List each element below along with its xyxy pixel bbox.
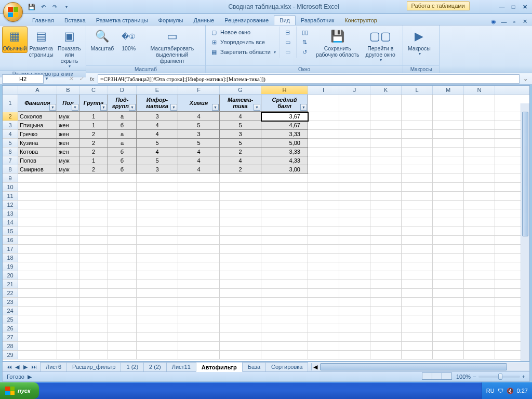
zoom-level[interactable]: 100% <box>456 374 471 380</box>
cell[interactable] <box>108 262 137 271</box>
column-header[interactable]: G <box>220 86 261 94</box>
cell[interactable] <box>433 165 464 174</box>
cell[interactable] <box>308 218 339 227</box>
cell[interactable] <box>402 307 433 315</box>
sheet-next-icon[interactable]: ▶ <box>21 364 30 370</box>
cell[interactable] <box>370 254 402 262</box>
cell[interactable] <box>178 315 220 324</box>
cell[interactable] <box>18 280 57 288</box>
cell[interactable] <box>220 192 261 200</box>
ribbon-tab-4[interactable]: Данные <box>188 16 219 25</box>
cell[interactable] <box>308 174 339 182</box>
language-indicator[interactable]: RU <box>486 388 495 394</box>
cell[interactable] <box>261 174 308 182</box>
save-workspace-button[interactable]: 💾Сохранить рабочую область <box>313 26 362 59</box>
cell[interactable] <box>402 112 433 121</box>
cell[interactable] <box>57 245 79 253</box>
cell[interactable] <box>339 262 370 271</box>
cell[interactable] <box>402 183 433 191</box>
cell[interactable] <box>137 324 178 332</box>
cell[interactable] <box>79 262 108 271</box>
cell[interactable] <box>57 174 79 182</box>
cell[interactable] <box>339 139 370 147</box>
cell[interactable] <box>308 351 339 359</box>
cell[interactable] <box>220 174 261 182</box>
cell[interactable] <box>339 156 370 165</box>
sheet-prev-icon[interactable]: ◀ <box>13 364 21 370</box>
horizontal-scrollbar[interactable]: ◀ <box>311 363 529 370</box>
cell[interactable] <box>18 209 57 218</box>
cell[interactable] <box>57 324 79 332</box>
cell[interactable] <box>57 315 79 324</box>
ribbon-tab-1[interactable]: Вставка <box>59 16 91 25</box>
cell[interactable] <box>178 289 220 297</box>
cell[interactable] <box>402 324 433 332</box>
cell[interactable]: муж <box>57 165 79 174</box>
cell[interactable] <box>108 227 137 235</box>
column-header[interactable]: E <box>137 86 178 94</box>
cell[interactable] <box>370 218 402 227</box>
column-header[interactable]: D <box>108 86 137 94</box>
cell[interactable] <box>178 280 220 288</box>
cell[interactable] <box>220 307 261 315</box>
cell[interactable]: 3 <box>137 165 178 174</box>
minimize-button[interactable]: — <box>497 3 507 11</box>
cell[interactable] <box>339 130 370 138</box>
cell[interactable] <box>137 280 178 288</box>
cell[interactable] <box>79 280 108 288</box>
cell[interactable] <box>339 236 370 244</box>
row-header[interactable]: 21 <box>3 280 18 288</box>
cell[interactable] <box>18 351 57 359</box>
cell[interactable] <box>261 227 308 235</box>
redo-icon[interactable]: ↷ <box>50 2 59 11</box>
cell[interactable]: 4 <box>137 130 178 139</box>
column-header[interactable]: C <box>79 86 108 94</box>
cell[interactable] <box>108 236 137 244</box>
cell[interactable] <box>308 148 339 156</box>
cell[interactable] <box>402 342 433 350</box>
cell[interactable]: 3 <box>220 130 261 139</box>
cell[interactable] <box>220 298 261 306</box>
cell[interactable] <box>402 280 433 288</box>
row-header[interactable]: 29 <box>3 351 18 359</box>
cell[interactable] <box>370 174 402 182</box>
cell[interactable] <box>308 289 339 297</box>
cell[interactable] <box>433 130 464 138</box>
cell[interactable]: жен <box>57 148 79 156</box>
cell[interactable] <box>79 201 108 209</box>
freeze-panes-button[interactable]: ▦Закрепить области <box>208 47 278 57</box>
cell[interactable] <box>370 121 402 129</box>
cell[interactable] <box>261 183 308 191</box>
cell[interactable] <box>18 183 57 191</box>
cell[interactable]: 5 <box>220 139 261 148</box>
cell[interactable] <box>57 183 79 191</box>
cell[interactable] <box>308 192 339 200</box>
cell[interactable] <box>261 324 308 332</box>
cell[interactable] <box>370 130 402 138</box>
cell[interactable] <box>79 254 108 262</box>
sheet-tab[interactable]: 1 (2) <box>121 362 144 371</box>
column-header[interactable]: L <box>402 86 433 94</box>
cell[interactable] <box>57 342 79 350</box>
column-header[interactable]: M <box>433 86 464 94</box>
cell[interactable] <box>79 289 108 297</box>
cell[interactable]: 5 <box>178 121 220 130</box>
cell[interactable] <box>108 254 137 262</box>
cell[interactable] <box>261 280 308 288</box>
view-buttons[interactable] <box>422 373 452 381</box>
cell[interactable] <box>220 351 261 359</box>
cell[interactable]: 5 <box>137 156 178 165</box>
cell[interactable] <box>402 271 433 280</box>
cell[interactable]: Попов <box>18 156 57 165</box>
cell[interactable] <box>370 351 402 359</box>
cell[interactable]: 4 <box>220 112 261 121</box>
sheet-tab[interactable]: Сортировка <box>265 362 308 371</box>
cell[interactable] <box>261 271 308 280</box>
cell[interactable] <box>108 201 137 209</box>
row-header[interactable]: 11 <box>3 192 18 200</box>
table-column-header[interactable]: Пол▼ <box>57 95 79 112</box>
cell[interactable]: 5 <box>137 139 178 148</box>
cell[interactable] <box>308 271 339 280</box>
cell[interactable] <box>178 298 220 306</box>
cell[interactable]: 3 <box>137 112 178 121</box>
